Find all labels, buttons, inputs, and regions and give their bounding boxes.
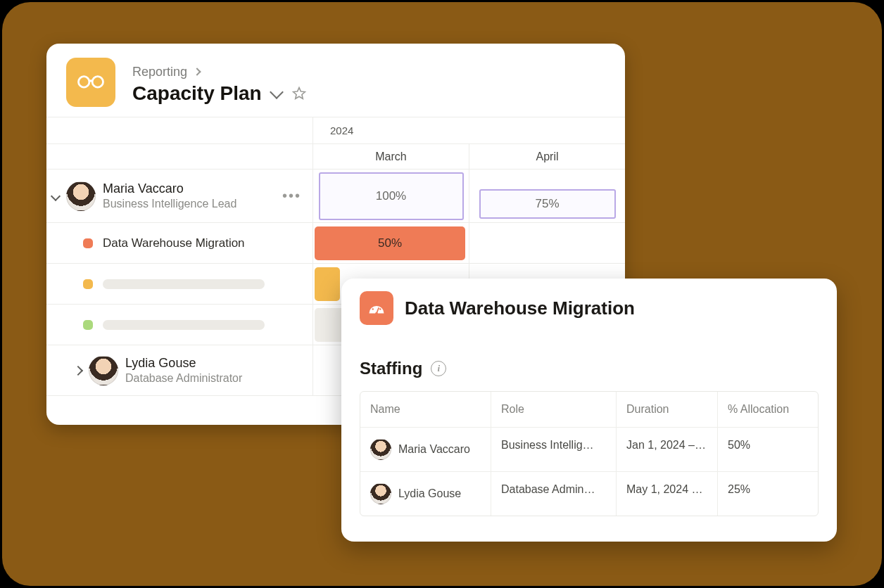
svg-point-4 [375,312,378,315]
task-row-placeholder[interactable] [46,305,312,345]
grid-blank [46,117,312,144]
allocation-march[interactable]: 100% [319,172,464,220]
person-role: Database Administrator [125,372,312,385]
col-name: Name [360,392,491,427]
task-name: Data Warehouse Migration [103,236,245,250]
col-duration: Duration [617,392,718,427]
table-row[interactable]: Maria Vaccaro Business Intellig… Jan 1, … [360,427,818,471]
more-actions-icon[interactable]: ••• [278,185,305,207]
cell-name: Lydia Gouse [360,472,491,516]
task-color-swatch [83,238,93,248]
staffing-table: Name Role Duration % Allocation Maria Va… [360,391,819,516]
task-bar-march[interactable]: 50% [315,226,465,260]
task-bar-cell[interactable]: 50% [312,223,469,264]
breadcrumb[interactable]: Reporting [132,65,605,79]
placeholder-text [103,320,265,330]
staff-name: Maria Vaccaro [398,443,470,456]
person-name: Lydia Gouse [125,356,312,371]
placeholder-text [103,279,265,289]
avatar [89,356,118,385]
page-title: Capacity Plan [132,82,262,105]
svg-point-3 [379,308,381,309]
table-row[interactable]: Lydia Gouse Database Admin… May 1, 2024 … [360,471,818,516]
popover-title: Data Warehouse Migration [405,298,635,319]
panel-header: Reporting Capacity Plan [46,44,625,117]
cell-duration: May 1, 2024 – … [617,472,718,516]
svg-point-0 [79,77,89,87]
year-label: 2024 [312,117,625,144]
info-icon[interactable]: i [431,361,446,376]
task-bar-partial[interactable] [315,267,340,301]
expand-toggle-icon[interactable] [51,191,61,200]
gauge-icon [360,291,393,325]
cell-duration: Jan 1, 2024 – … [617,428,718,471]
avatar [370,439,391,460]
person-row-maria[interactable]: Maria Vaccaro Business Intelligence Lead… [46,170,312,223]
project-staffing-popover: Data Warehouse Migration Staffing i Name… [341,279,837,542]
chevron-down-icon[interactable] [270,85,284,99]
staffing-section-header: Staffing i [360,359,819,378]
allocation-april[interactable]: 75% [479,189,616,219]
col-role: Role [491,392,617,427]
cell-role: Business Intellig… [491,428,617,471]
task-row-placeholder[interactable] [46,264,312,305]
expand-toggle-icon[interactable] [73,365,83,375]
svg-point-2 [372,308,374,309]
person-row-lydia[interactable]: Lydia Gouse Database Administrator [46,345,312,396]
cell-role: Database Admin… [491,472,617,516]
star-icon[interactable] [291,86,307,101]
task-color-swatch [83,279,93,289]
table-header-row: Name Role Duration % Allocation [360,392,818,427]
allocation-cell-march[interactable]: 100% [312,170,469,223]
person-role: Business Intelligence Lead [103,198,271,210]
staffing-section-label: Staffing [360,359,422,378]
cell-name: Maria Vaccaro [360,428,491,471]
person-name: Maria Vaccaro [103,181,271,196]
cell-allocation: 50% [718,428,818,471]
chevron-right-icon [193,68,201,75]
col-allocation: % Allocation [718,392,818,427]
glasses-icon [76,71,106,94]
allocation-cell-april[interactable]: 75% [469,170,625,223]
popover-header: Data Warehouse Migration [360,291,819,325]
task-bar-cell-empty [469,223,625,264]
avatar [66,181,96,211]
grid-blank [46,144,312,170]
cell-allocation: 25% [718,472,818,516]
timeline-year: 2024 [330,124,353,136]
task-color-swatch [83,320,93,330]
month-march: March [312,144,469,170]
svg-point-1 [92,77,103,87]
staff-name: Lydia Gouse [398,487,461,500]
app-logo [66,58,115,107]
task-row-dwm[interactable]: Data Warehouse Migration [46,223,312,264]
breadcrumb-parent[interactable]: Reporting [132,65,187,79]
month-april: April [469,144,625,170]
avatar [370,483,391,504]
